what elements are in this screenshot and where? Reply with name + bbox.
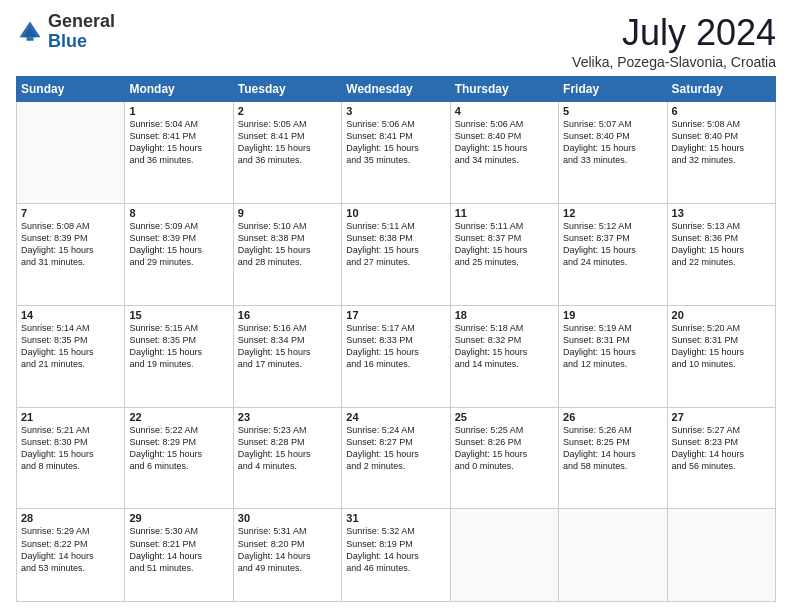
cell-content: Sunrise: 5:26 AM Sunset: 8:25 PM Dayligh… — [563, 424, 662, 473]
cell-content: Sunrise: 5:19 AM Sunset: 8:31 PM Dayligh… — [563, 322, 662, 371]
subtitle: Velika, Pozega-Slavonia, Croatia — [572, 54, 776, 70]
calendar-week-row: 21Sunrise: 5:21 AM Sunset: 8:30 PM Dayli… — [17, 407, 776, 509]
calendar-cell: 7Sunrise: 5:08 AM Sunset: 8:39 PM Daylig… — [17, 203, 125, 305]
calendar-cell: 26Sunrise: 5:26 AM Sunset: 8:25 PM Dayli… — [559, 407, 667, 509]
cell-content: Sunrise: 5:08 AM Sunset: 8:39 PM Dayligh… — [21, 220, 120, 269]
day-number: 30 — [238, 512, 337, 524]
cell-content: Sunrise: 5:29 AM Sunset: 8:22 PM Dayligh… — [21, 525, 120, 574]
day-number: 9 — [238, 207, 337, 219]
calendar-cell: 22Sunrise: 5:22 AM Sunset: 8:29 PM Dayli… — [125, 407, 233, 509]
title-block: July 2024 Velika, Pozega-Slavonia, Croat… — [572, 12, 776, 70]
calendar-cell: 14Sunrise: 5:14 AM Sunset: 8:35 PM Dayli… — [17, 305, 125, 407]
calendar-cell: 17Sunrise: 5:17 AM Sunset: 8:33 PM Dayli… — [342, 305, 450, 407]
cell-content: Sunrise: 5:18 AM Sunset: 8:32 PM Dayligh… — [455, 322, 554, 371]
calendar-cell: 10Sunrise: 5:11 AM Sunset: 8:38 PM Dayli… — [342, 203, 450, 305]
day-number: 11 — [455, 207, 554, 219]
calendar-cell: 6Sunrise: 5:08 AM Sunset: 8:40 PM Daylig… — [667, 102, 775, 204]
calendar-cell: 25Sunrise: 5:25 AM Sunset: 8:26 PM Dayli… — [450, 407, 558, 509]
calendar-cell — [559, 509, 667, 602]
calendar-cell: 13Sunrise: 5:13 AM Sunset: 8:36 PM Dayli… — [667, 203, 775, 305]
calendar-header-wednesday: Wednesday — [342, 77, 450, 102]
calendar-table: SundayMondayTuesdayWednesdayThursdayFrid… — [16, 76, 776, 602]
cell-content: Sunrise: 5:27 AM Sunset: 8:23 PM Dayligh… — [672, 424, 771, 473]
calendar-cell: 4Sunrise: 5:06 AM Sunset: 8:40 PM Daylig… — [450, 102, 558, 204]
cell-content: Sunrise: 5:09 AM Sunset: 8:39 PM Dayligh… — [129, 220, 228, 269]
calendar-cell: 2Sunrise: 5:05 AM Sunset: 8:41 PM Daylig… — [233, 102, 341, 204]
calendar-cell: 19Sunrise: 5:19 AM Sunset: 8:31 PM Dayli… — [559, 305, 667, 407]
cell-content: Sunrise: 5:20 AM Sunset: 8:31 PM Dayligh… — [672, 322, 771, 371]
calendar-cell: 20Sunrise: 5:20 AM Sunset: 8:31 PM Dayli… — [667, 305, 775, 407]
day-number: 2 — [238, 105, 337, 117]
cell-content: Sunrise: 5:16 AM Sunset: 8:34 PM Dayligh… — [238, 322, 337, 371]
day-number: 25 — [455, 411, 554, 423]
calendar-cell: 24Sunrise: 5:24 AM Sunset: 8:27 PM Dayli… — [342, 407, 450, 509]
calendar-cell: 29Sunrise: 5:30 AM Sunset: 8:21 PM Dayli… — [125, 509, 233, 602]
cell-content: Sunrise: 5:15 AM Sunset: 8:35 PM Dayligh… — [129, 322, 228, 371]
day-number: 3 — [346, 105, 445, 117]
cell-content: Sunrise: 5:17 AM Sunset: 8:33 PM Dayligh… — [346, 322, 445, 371]
day-number: 21 — [21, 411, 120, 423]
calendar-week-row: 28Sunrise: 5:29 AM Sunset: 8:22 PM Dayli… — [17, 509, 776, 602]
day-number: 22 — [129, 411, 228, 423]
calendar-header-saturday: Saturday — [667, 77, 775, 102]
svg-rect-2 — [27, 37, 34, 41]
calendar-cell: 12Sunrise: 5:12 AM Sunset: 8:37 PM Dayli… — [559, 203, 667, 305]
calendar-cell: 21Sunrise: 5:21 AM Sunset: 8:30 PM Dayli… — [17, 407, 125, 509]
day-number: 12 — [563, 207, 662, 219]
main-title: July 2024 — [572, 12, 776, 54]
day-number: 28 — [21, 512, 120, 524]
day-number: 26 — [563, 411, 662, 423]
calendar-cell: 5Sunrise: 5:07 AM Sunset: 8:40 PM Daylig… — [559, 102, 667, 204]
cell-content: Sunrise: 5:23 AM Sunset: 8:28 PM Dayligh… — [238, 424, 337, 473]
cell-content: Sunrise: 5:13 AM Sunset: 8:36 PM Dayligh… — [672, 220, 771, 269]
cell-content: Sunrise: 5:25 AM Sunset: 8:26 PM Dayligh… — [455, 424, 554, 473]
calendar-cell: 3Sunrise: 5:06 AM Sunset: 8:41 PM Daylig… — [342, 102, 450, 204]
day-number: 18 — [455, 309, 554, 321]
calendar-cell: 15Sunrise: 5:15 AM Sunset: 8:35 PM Dayli… — [125, 305, 233, 407]
day-number: 19 — [563, 309, 662, 321]
day-number: 27 — [672, 411, 771, 423]
logo-icon — [16, 18, 44, 46]
calendar-cell: 23Sunrise: 5:23 AM Sunset: 8:28 PM Dayli… — [233, 407, 341, 509]
logo-blue-text: Blue — [48, 31, 87, 51]
day-number: 13 — [672, 207, 771, 219]
day-number: 24 — [346, 411, 445, 423]
day-number: 29 — [129, 512, 228, 524]
day-number: 14 — [21, 309, 120, 321]
calendar-cell: 18Sunrise: 5:18 AM Sunset: 8:32 PM Dayli… — [450, 305, 558, 407]
day-number: 10 — [346, 207, 445, 219]
day-number: 20 — [672, 309, 771, 321]
cell-content: Sunrise: 5:06 AM Sunset: 8:40 PM Dayligh… — [455, 118, 554, 167]
day-number: 15 — [129, 309, 228, 321]
day-number: 6 — [672, 105, 771, 117]
calendar-week-row: 1Sunrise: 5:04 AM Sunset: 8:41 PM Daylig… — [17, 102, 776, 204]
day-number: 31 — [346, 512, 445, 524]
cell-content: Sunrise: 5:11 AM Sunset: 8:38 PM Dayligh… — [346, 220, 445, 269]
calendar-cell — [667, 509, 775, 602]
day-number: 23 — [238, 411, 337, 423]
calendar-cell: 27Sunrise: 5:27 AM Sunset: 8:23 PM Dayli… — [667, 407, 775, 509]
cell-content: Sunrise: 5:06 AM Sunset: 8:41 PM Dayligh… — [346, 118, 445, 167]
calendar-cell: 9Sunrise: 5:10 AM Sunset: 8:38 PM Daylig… — [233, 203, 341, 305]
cell-content: Sunrise: 5:10 AM Sunset: 8:38 PM Dayligh… — [238, 220, 337, 269]
day-number: 16 — [238, 309, 337, 321]
calendar-cell: 28Sunrise: 5:29 AM Sunset: 8:22 PM Dayli… — [17, 509, 125, 602]
day-number: 1 — [129, 105, 228, 117]
cell-content: Sunrise: 5:31 AM Sunset: 8:20 PM Dayligh… — [238, 525, 337, 574]
calendar-cell: 11Sunrise: 5:11 AM Sunset: 8:37 PM Dayli… — [450, 203, 558, 305]
cell-content: Sunrise: 5:04 AM Sunset: 8:41 PM Dayligh… — [129, 118, 228, 167]
day-number: 8 — [129, 207, 228, 219]
cell-content: Sunrise: 5:11 AM Sunset: 8:37 PM Dayligh… — [455, 220, 554, 269]
header: General Blue July 2024 Velika, Pozega-Sl… — [16, 12, 776, 70]
cell-content: Sunrise: 5:24 AM Sunset: 8:27 PM Dayligh… — [346, 424, 445, 473]
calendar-week-row: 14Sunrise: 5:14 AM Sunset: 8:35 PM Dayli… — [17, 305, 776, 407]
logo: General Blue — [16, 12, 115, 52]
cell-content: Sunrise: 5:22 AM Sunset: 8:29 PM Dayligh… — [129, 424, 228, 473]
calendar-cell: 16Sunrise: 5:16 AM Sunset: 8:34 PM Dayli… — [233, 305, 341, 407]
logo-text: General Blue — [48, 12, 115, 52]
calendar-header-friday: Friday — [559, 77, 667, 102]
cell-content: Sunrise: 5:30 AM Sunset: 8:21 PM Dayligh… — [129, 525, 228, 574]
day-number: 5 — [563, 105, 662, 117]
cell-content: Sunrise: 5:21 AM Sunset: 8:30 PM Dayligh… — [21, 424, 120, 473]
calendar-header-tuesday: Tuesday — [233, 77, 341, 102]
